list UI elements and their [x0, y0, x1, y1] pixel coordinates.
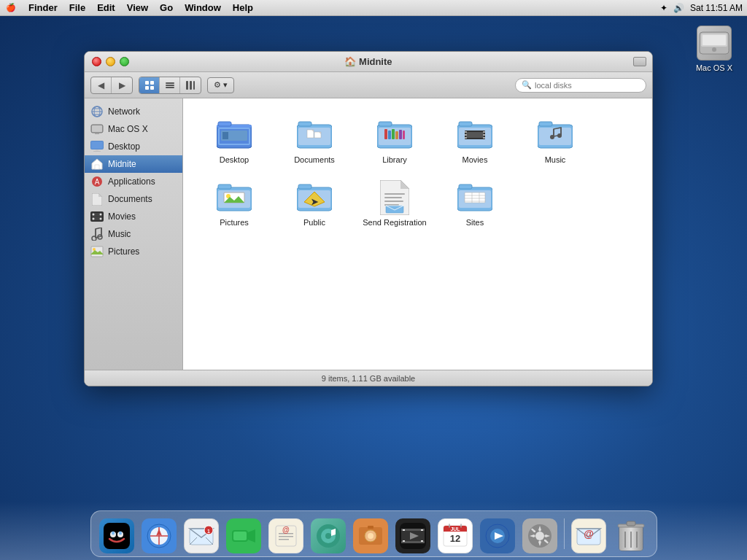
- sidebar-item-applications[interactable]: A Applications: [85, 173, 182, 190]
- file-item-library[interactable]: Library: [358, 113, 431, 168]
- file-item-movies[interactable]: Movies: [438, 113, 511, 168]
- dock-addressbook-icon: @: [268, 518, 303, 553]
- sidebar-item-midnite[interactable]: Midnite: [85, 155, 182, 173]
- svg-rect-78: [483, 134, 485, 136]
- svg-rect-88: [218, 184, 231, 189]
- svg-point-119: [119, 532, 122, 535]
- file-item-pictures[interactable]: Pictures: [198, 176, 271, 231]
- documents-sidebar-icon: [90, 192, 104, 206]
- dock-item-itunes[interactable]: [309, 514, 348, 553]
- menu-view[interactable]: View: [122, 1, 153, 14]
- search-icon: 🔍: [522, 80, 532, 90]
- maximize-button[interactable]: [120, 57, 129, 66]
- svg-point-34: [93, 214, 95, 216]
- sidebar-item-label-midnite: Midnite: [108, 159, 136, 169]
- traffic-lights: [92, 57, 129, 66]
- menu-finder[interactable]: Finder: [23, 1, 63, 14]
- menu-window[interactable]: Window: [179, 1, 226, 14]
- action-button[interactable]: ⚙ ▾: [207, 77, 234, 93]
- svg-rect-76: [465, 137, 467, 139]
- dock-item-ical[interactable]: JUL 12: [436, 514, 475, 553]
- svg-rect-4: [145, 81, 149, 85]
- nav-buttons: ◀ ▶: [90, 77, 133, 94]
- dock-facetime-icon: [226, 518, 261, 553]
- svg-rect-8: [166, 82, 174, 84]
- volume-icon[interactable]: 🔊: [673, 3, 684, 13]
- search-box[interactable]: 🔍: [515, 78, 646, 93]
- dock-item-facetime[interactable]: [224, 514, 263, 553]
- documents-folder-icon: [297, 117, 332, 152]
- sidebar-item-movies[interactable]: Movies: [85, 208, 182, 225]
- dock-item-imovie[interactable]: [393, 514, 433, 553]
- midnite-icon: [90, 158, 104, 171]
- file-item-send-registration[interactable]: Send Registration: [358, 176, 431, 231]
- dock-item-quicktime[interactable]: [478, 514, 517, 553]
- svg-rect-9: [166, 85, 174, 86]
- svg-rect-70: [459, 122, 472, 126]
- dock-systemprefs-icon: [522, 518, 557, 553]
- menu-go[interactable]: Go: [155, 1, 178, 14]
- file-item-sites[interactable]: Sites: [438, 176, 511, 231]
- svg-point-118: [112, 532, 115, 535]
- svg-point-144: [368, 533, 374, 539]
- menu-help[interactable]: Help: [228, 1, 258, 14]
- sidebar-item-pictures[interactable]: Pictures: [85, 243, 182, 260]
- file-item-desktop[interactable]: Desktop: [198, 113, 271, 168]
- minimize-button[interactable]: [106, 57, 115, 66]
- forward-button[interactable]: ▶: [112, 77, 132, 93]
- collapse-button[interactable]: [633, 57, 646, 66]
- back-button[interactable]: ◀: [91, 77, 112, 93]
- file-grid: Desktop: [198, 113, 638, 231]
- apple-menu[interactable]: 🍎: [4, 1, 18, 15]
- hd-label: Mac OS X: [696, 63, 732, 72]
- dock-item-mail[interactable]: 1: [182, 514, 221, 553]
- pictures-sidebar-icon: [90, 245, 104, 258]
- svg-rect-12: [190, 81, 192, 90]
- sidebar-item-network[interactable]: Network: [85, 103, 182, 120]
- svg-rect-54: [298, 122, 311, 126]
- sidebar-item-macosx[interactable]: Mac OS X: [85, 120, 182, 138]
- svg-rect-43: [91, 246, 103, 257]
- svg-rect-102: [384, 201, 403, 202]
- dock-item-mail2[interactable]: @: [569, 514, 608, 553]
- dock-trash-icon: [614, 518, 649, 553]
- icon-view-button[interactable]: [139, 77, 160, 93]
- menu-edit[interactable]: Edit: [92, 1, 120, 14]
- dock-separator: [564, 518, 565, 549]
- desktop-hd[interactable]: Mac OS X: [696, 26, 732, 72]
- svg-marker-31: [98, 193, 102, 197]
- file-area: Desktop: [183, 98, 652, 370]
- search-input[interactable]: [535, 81, 640, 90]
- svg-rect-2: [703, 35, 726, 45]
- svg-rect-81: [539, 122, 552, 126]
- dock-item-addressbook[interactable]: @: [266, 514, 306, 553]
- toolbar: ◀ ▶: [85, 72, 652, 98]
- menu-file[interactable]: File: [64, 1, 90, 14]
- svg-text:JUL: JUL: [450, 526, 460, 532]
- dock-item-finder[interactable]: [97, 514, 136, 553]
- file-item-public[interactable]: ➤ Public: [278, 176, 351, 231]
- dock-item-trash[interactable]: [611, 514, 651, 553]
- desktop-sidebar-icon: [90, 140, 104, 153]
- finder-window: 🏠 Midnite ◀ ▶: [84, 51, 653, 386]
- svg-rect-75: [465, 134, 467, 136]
- dock-mail-icon: 1: [184, 518, 219, 553]
- list-view-button[interactable]: [160, 77, 180, 93]
- file-item-music[interactable]: Music: [519, 113, 592, 168]
- sidebar-item-desktop[interactable]: Desktop: [85, 138, 182, 155]
- sidebar-item-music[interactable]: Music: [85, 225, 182, 243]
- sidebar-item-label-applications: Applications: [108, 176, 155, 187]
- svg-rect-52: [222, 132, 228, 139]
- svg-rect-25: [93, 151, 101, 152]
- dock-item-safari[interactable]: [139, 514, 179, 553]
- close-button[interactable]: [92, 57, 101, 66]
- dock-item-iphoto[interactable]: [351, 514, 390, 553]
- dock-item-systemprefs[interactable]: [520, 514, 560, 553]
- bluetooth-icon[interactable]: ✦: [660, 3, 667, 13]
- svg-text:@: @: [282, 526, 290, 534]
- svg-point-141: [325, 533, 331, 539]
- sidebar-item-documents[interactable]: Documents: [85, 190, 182, 208]
- svg-rect-6: [145, 86, 149, 90]
- file-item-documents[interactable]: Documents: [278, 113, 351, 168]
- column-view-button[interactable]: [180, 77, 201, 93]
